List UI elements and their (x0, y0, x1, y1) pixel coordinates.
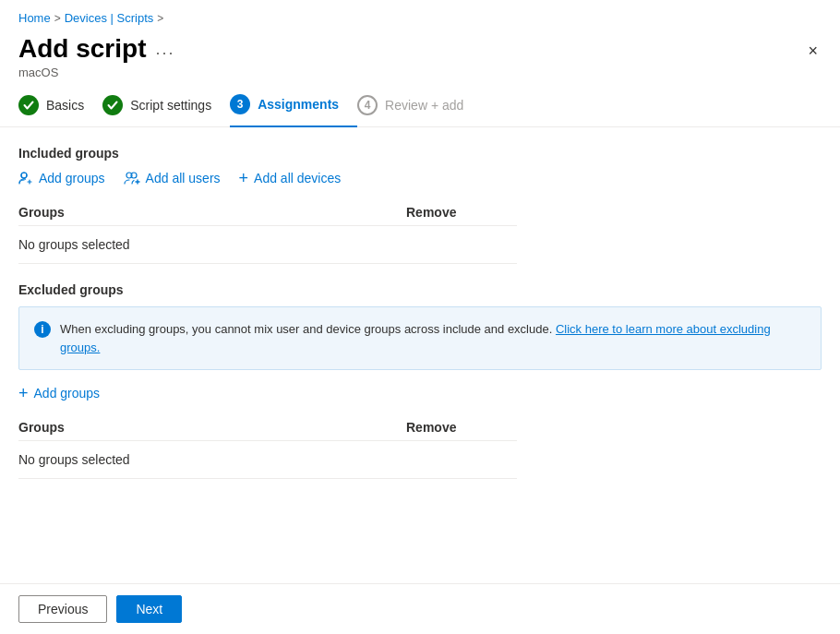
step-assignments[interactable]: 3 Assignments (230, 94, 357, 127)
included-groups-title: Included groups (18, 146, 822, 161)
breadcrumb-sep-2: > (157, 12, 163, 25)
add-groups-button[interactable]: Add groups (18, 171, 105, 185)
add-all-users-button[interactable]: Add all users (124, 171, 221, 185)
excluded-groups-col-header: Groups (18, 414, 406, 441)
people-add-icon (124, 171, 140, 185)
footer: Previous Next (0, 583, 840, 634)
breadcrumb-sep-1: > (54, 12, 61, 25)
breadcrumb-devices-scripts[interactable]: Devices | Scripts (65, 11, 154, 25)
excluded-groups-title: Excluded groups (18, 282, 822, 297)
page-header: Add script ... macOS × (0, 30, 840, 79)
step-script-settings[interactable]: Script settings (102, 95, 230, 126)
excluded-add-groups-label: Add groups (34, 386, 101, 401)
included-groups-empty-remove (406, 226, 517, 264)
step-review-add-label: Review + add (385, 98, 463, 113)
plus-icon: + (239, 170, 249, 186)
close-button[interactable]: × (804, 38, 822, 65)
info-icon: i (34, 321, 51, 338)
page-title-ellipsis[interactable]: ... (155, 40, 174, 59)
page-title: Add script ... (18, 34, 174, 64)
breadcrumb-home[interactable]: Home (18, 11, 51, 25)
page-subtitle: macOS (18, 66, 174, 79)
excluded-plus-icon: + (18, 385, 29, 401)
step-review-add-icon: 4 (357, 95, 378, 115)
add-groups-label: Add groups (39, 171, 105, 185)
included-groups-empty-row: No groups selected (18, 226, 517, 264)
included-groups-table: Groups Remove No groups selected (18, 199, 517, 264)
steps-bar: Basics Script settings 3 Assignments 4 R… (0, 79, 840, 127)
excluded-groups-info-box: i When excluding groups, you cannot mix … (18, 306, 822, 370)
previous-button[interactable]: Previous (18, 595, 107, 623)
step-script-settings-label: Script settings (130, 98, 211, 113)
excluded-groups-section: Excluded groups i When excluding groups,… (18, 282, 822, 479)
person-add-icon (18, 171, 33, 185)
step-script-settings-icon (102, 95, 123, 115)
page-title-area: Add script ... macOS (18, 34, 174, 79)
included-groups-section: Included groups Add groups (18, 146, 822, 264)
remove-col-header: Remove (406, 199, 517, 226)
next-button[interactable]: Next (116, 595, 182, 623)
add-all-devices-button[interactable]: + Add all devices (239, 170, 342, 186)
info-text: When excluding groups, you cannot mix us… (60, 320, 806, 356)
breadcrumb: Home > Devices | Scripts > (0, 0, 840, 30)
excluded-groups-empty-row: No groups selected (18, 441, 517, 479)
add-all-users-label: Add all users (146, 171, 221, 185)
step-basics-label: Basics (46, 98, 84, 113)
excluded-groups-empty-text: No groups selected (18, 441, 406, 479)
included-groups-action-bar: Add groups Add all users + Add all devic… (18, 170, 822, 186)
excluded-groups-table: Groups Remove No groups selected (18, 414, 517, 479)
step-review-add[interactable]: 4 Review + add (357, 95, 482, 126)
excluded-remove-col-header: Remove (406, 414, 517, 441)
step-assignments-label: Assignments (258, 97, 339, 112)
page-title-text: Add script (18, 34, 146, 64)
svg-point-0 (21, 173, 27, 178)
groups-col-header: Groups (18, 199, 406, 226)
step-basics-icon (18, 95, 39, 115)
step-assignments-icon: 3 (230, 94, 250, 114)
main-content: Included groups Add groups (0, 127, 840, 479)
step-basics[interactable]: Basics (18, 95, 102, 126)
excluded-add-groups-button[interactable]: + Add groups (18, 385, 100, 401)
info-message: When excluding groups, you cannot mix us… (60, 322, 552, 336)
add-all-devices-label: Add all devices (254, 171, 341, 185)
included-groups-empty-text: No groups selected (18, 226, 406, 264)
excluded-groups-empty-remove (406, 441, 517, 479)
